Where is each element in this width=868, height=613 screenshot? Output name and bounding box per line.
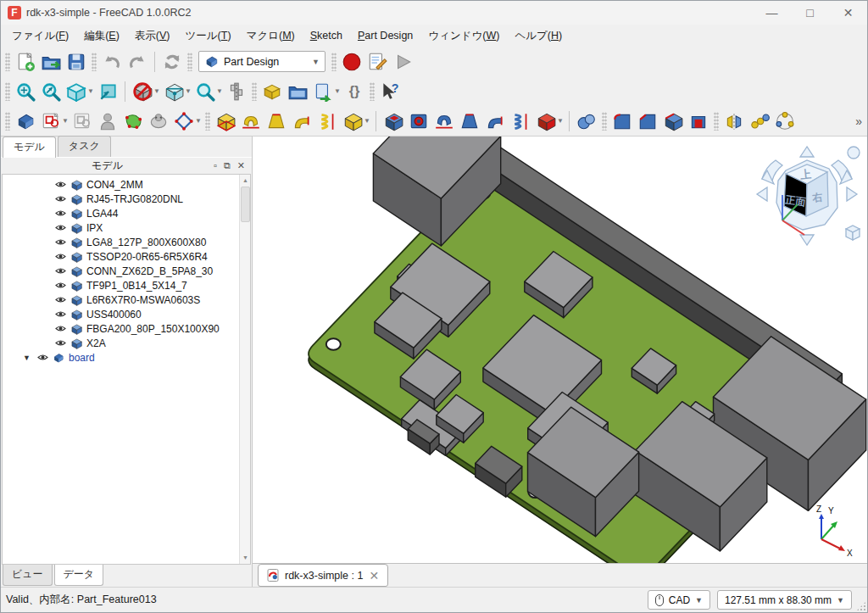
dock-restore-icon[interactable]: ▫ xyxy=(214,160,217,171)
expander-icon[interactable]: ▼ xyxy=(23,354,33,362)
toolbar-grip[interactable] xyxy=(187,53,192,71)
visibility-eye-icon[interactable] xyxy=(55,237,66,248)
subtractive-primitive-button[interactable] xyxy=(533,109,559,134)
axonometric-view-button[interactable] xyxy=(64,79,89,104)
create-datum-button[interactable] xyxy=(171,109,197,134)
visibility-eye-icon[interactable] xyxy=(55,179,66,190)
workbench-selector[interactable]: Part Design▼ xyxy=(198,51,326,72)
dock-float-icon[interactable]: ⧉ xyxy=(224,160,231,171)
maximize-button[interactable]: □ xyxy=(791,1,829,25)
clipping-button[interactable] xyxy=(161,79,186,104)
tree-item[interactable]: TSSOP20-0R65-6R5X6R4 xyxy=(3,249,250,264)
expression-button[interactable]: {} xyxy=(342,79,367,104)
new-document-button[interactable] xyxy=(13,49,38,75)
visibility-eye-icon[interactable] xyxy=(55,294,66,305)
create-body-button[interactable] xyxy=(13,109,38,134)
toolbar-grip[interactable] xyxy=(602,112,607,131)
macro-record-button[interactable] xyxy=(339,49,364,75)
toolbar-grip[interactable] xyxy=(5,112,10,131)
toolbar-overflow-chevron[interactable]: » xyxy=(855,114,862,128)
menu-item-3[interactable]: ツール(T) xyxy=(178,26,239,46)
create-sketch-button[interactable] xyxy=(38,109,64,134)
undo-button[interactable] xyxy=(99,49,125,75)
subtractive-loft-button[interactable] xyxy=(457,109,482,134)
measure-button[interactable] xyxy=(224,79,249,104)
tree-item[interactable]: X2A xyxy=(3,336,250,350)
visibility-eye-icon[interactable] xyxy=(55,193,66,204)
toolbar-grip[interactable] xyxy=(92,53,97,71)
revolution-button[interactable] xyxy=(238,109,264,134)
dock-close-icon[interactable]: ✕ xyxy=(237,160,245,171)
visibility-eye-icon[interactable] xyxy=(55,222,66,233)
draft-button[interactable] xyxy=(660,109,686,134)
visibility-eye-icon[interactable] xyxy=(55,208,66,219)
linear-pattern-button[interactable] xyxy=(747,109,772,134)
menu-item-1[interactable]: 編集(E) xyxy=(76,26,127,46)
visibility-eye-icon[interactable] xyxy=(55,265,66,276)
groove-button[interactable] xyxy=(431,109,457,134)
edit-sketch-button[interactable] xyxy=(70,109,95,134)
view-dimensions-select[interactable]: 127.51 mm x 88.30 mm ▼ xyxy=(717,590,852,610)
boolean-operation-button[interactable] xyxy=(574,109,599,134)
tree-item[interactable]: IPX xyxy=(3,220,250,235)
sync-view-button[interactable] xyxy=(95,79,120,104)
toolbar-grip[interactable] xyxy=(205,112,210,131)
menu-item-4[interactable]: マクロ(M) xyxy=(239,26,303,46)
menu-item-8[interactable]: ヘルプ(H) xyxy=(507,26,570,46)
toolbar-grip[interactable] xyxy=(714,112,719,131)
scrollbar-thumb[interactable] xyxy=(241,187,250,222)
macro-execute-button[interactable] xyxy=(390,49,415,75)
pad-button[interactable] xyxy=(213,109,238,134)
make-link-button[interactable] xyxy=(310,79,336,104)
property-tab-データ[interactable]: データ xyxy=(54,565,104,586)
visibility-eye-icon[interactable] xyxy=(55,337,66,348)
thickness-button[interactable] xyxy=(686,109,711,134)
additive-primitive-button[interactable] xyxy=(340,109,365,134)
whats-this-button[interactable]: ? xyxy=(377,79,403,104)
tab-close-icon[interactable]: ✕ xyxy=(369,569,379,582)
menu-item-0[interactable]: ファイル(F) xyxy=(4,26,76,46)
clone-button[interactable] xyxy=(146,109,171,134)
redo-button[interactable] xyxy=(125,49,150,75)
create-part-button[interactable] xyxy=(259,79,285,104)
panel-tab-タスク[interactable]: タスク xyxy=(58,136,111,157)
tree-scrollbar[interactable]: ▲ ▼ xyxy=(239,175,250,564)
visibility-eye-icon[interactable] xyxy=(55,323,66,334)
draw-style-button[interactable] xyxy=(130,79,155,104)
visibility-eye-icon[interactable] xyxy=(55,280,66,291)
shape-binder-button[interactable] xyxy=(120,109,146,134)
document-tab[interactable]: rdk-x3-simple : 1 ✕ xyxy=(258,564,388,587)
panel-tab-モデル[interactable]: モデル xyxy=(3,137,56,158)
refresh-button[interactable] xyxy=(159,49,185,75)
toolbar-grip[interactable] xyxy=(5,82,10,101)
fit-all-button[interactable] xyxy=(13,79,38,104)
tree-item[interactable]: LGA8_127P_800X600X80 xyxy=(3,235,250,249)
visibility-eye-icon[interactable] xyxy=(55,251,66,262)
polar-pattern-button[interactable] xyxy=(772,109,798,134)
toolbar-grip[interactable] xyxy=(252,82,257,101)
fit-selection-button[interactable] xyxy=(38,79,64,104)
tree-item[interactable]: LGA44 xyxy=(3,206,250,220)
toolbar-grip[interactable] xyxy=(5,53,10,71)
menu-item-7[interactable]: ウィンドウ(W) xyxy=(420,26,507,46)
menu-item-2[interactable]: 表示(V) xyxy=(127,26,178,46)
open-document-button[interactable] xyxy=(38,49,64,75)
pocket-button[interactable] xyxy=(381,109,406,134)
hole-button[interactable] xyxy=(406,109,431,134)
tree-item[interactable]: USS400060 xyxy=(3,307,250,321)
menu-item-6[interactable]: Part Design xyxy=(350,27,420,44)
tree-item[interactable]: TF9P1_0B14_5X14_7 xyxy=(3,278,250,293)
macro-edit-button[interactable] xyxy=(364,49,390,75)
additive-loft-button[interactable] xyxy=(264,109,289,134)
create-group-button[interactable] xyxy=(285,79,310,104)
menu-item-5[interactable]: Sketch xyxy=(303,27,350,44)
scroll-up-icon[interactable]: ▲ xyxy=(241,176,250,186)
map-sketch-button[interactable] xyxy=(95,109,120,134)
additive-helix-button[interactable] xyxy=(314,109,340,134)
visibility-eye-icon[interactable] xyxy=(37,352,48,363)
toolbar-grip[interactable] xyxy=(331,53,337,71)
tree-item[interactable]: RJ45-TRJG0820DNL xyxy=(3,192,250,206)
close-button[interactable]: ✕ xyxy=(829,1,867,25)
zoom-button[interactable] xyxy=(192,79,218,104)
mirrored-button[interactable] xyxy=(721,109,747,134)
